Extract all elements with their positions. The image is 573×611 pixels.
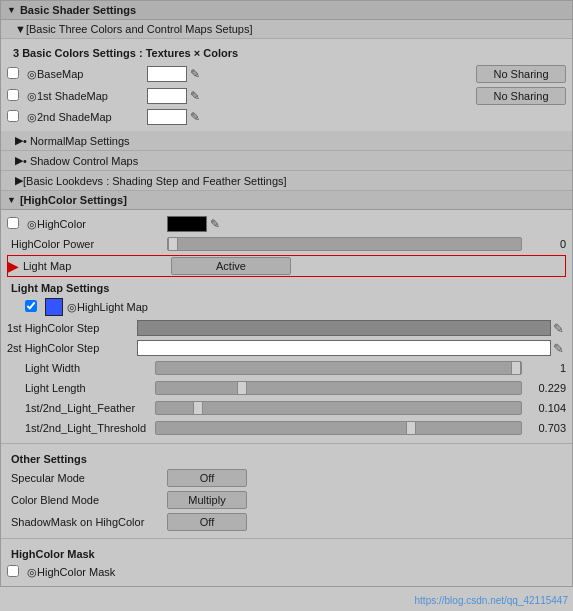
light-map-arrow-indicator: ▶ (8, 258, 19, 274)
other-settings-title: Other Settings (7, 449, 566, 467)
panel-title: Basic Shader Settings (20, 4, 136, 16)
light-map-label: Light Map (21, 260, 171, 272)
specular-btn[interactable]: Off (167, 469, 247, 487)
normalmap-label: • NormalMap Settings (23, 135, 130, 147)
light-map-active-btn[interactable]: Active (171, 257, 291, 275)
light-length-slider-container: 0.229 (155, 381, 566, 395)
highcolor-content: ◎HighColor ✎ HighColor Power 0 ▶ Light M… (1, 210, 572, 442)
basemap-color-swatch[interactable] (147, 66, 187, 82)
shademap2-row: ◎2nd ShadeMap ✎ (7, 107, 566, 127)
highcolor-checkbox[interactable] (7, 217, 19, 229)
highcolor-mask-title: HighColor Mask (7, 544, 566, 562)
highcolor-power-slider-container: 0 (167, 237, 566, 251)
shademap2-label: ◎2nd ShadeMap (27, 111, 147, 124)
highlight-map-row: ◎HighLight Map (7, 296, 566, 318)
second-highcolor-step-row: 2st HighColor Step ✎ (7, 338, 566, 358)
highcolor-mask-divider (1, 538, 572, 539)
first-highcolor-step-row: 1st HighColor Step ✎ (7, 318, 566, 338)
light-map-settings-title: Light Map Settings (7, 278, 566, 296)
light-threshold-slider[interactable] (155, 421, 522, 435)
light-width-row: Light Width 1 (7, 358, 566, 378)
light-length-row: Light Length 0.229 (7, 378, 566, 398)
shadow-arrow: ▶ (15, 154, 23, 167)
first-step-swatch[interactable] (137, 320, 551, 336)
color-blend-btn[interactable]: Multiply (167, 491, 247, 509)
highcolor-power-slider[interactable] (167, 237, 522, 251)
highcolor-mask-content: HighColor Mask ◎HighColor Mask (1, 540, 572, 586)
shademap1-no-sharing-btn[interactable]: No Sharing (476, 87, 566, 105)
shadow-control-label: • Shadow Control Maps (23, 155, 138, 167)
highlight-map-label: ◎HighLight Map (67, 301, 148, 314)
light-length-value: 0.229 (526, 382, 566, 394)
main-panel: ▼ Basic Shader Settings ▼ [Basic Three C… (0, 0, 573, 587)
basemap-edit-icon[interactable]: ✎ (187, 67, 203, 81)
highcolor-edit-icon[interactable]: ✎ (207, 217, 223, 231)
shadowmask-btn[interactable]: Off (167, 513, 247, 531)
highcolor-mask-label: ◎HighColor Mask (27, 566, 115, 579)
three-colors-header-text: 3 Basic Colors Settings : Textures × Col… (13, 47, 238, 59)
light-width-slider-container: 1 (155, 361, 566, 375)
highcolor-arrow: ▼ (7, 195, 16, 205)
light-width-slider[interactable] (155, 361, 522, 375)
shademap2-color-swatch[interactable] (147, 109, 187, 125)
highcolor-section-header[interactable]: ▼ [HighColor Settings] (1, 191, 572, 210)
basemap-no-sharing-btn[interactable]: No Sharing (476, 65, 566, 83)
light-feather-value: 0.104 (526, 402, 566, 414)
highcolor-row: ◎HighColor ✎ (7, 214, 566, 234)
highcolor-section-label: [HighColor Settings] (20, 194, 127, 206)
highcolor-mask-row: ◎HighColor Mask (7, 562, 566, 582)
arrow-icon-sub: ▼ (15, 23, 26, 35)
highcolor-power-row: HighColor Power 0 (7, 234, 566, 254)
light-feather-row: 1st/2nd_Light_Feather 0.104 (7, 398, 566, 418)
lookdevs-arrow: ▶ (15, 174, 23, 187)
arrow-icon: ▼ (7, 5, 16, 15)
shademap1-row: ◎1st ShadeMap ✎ No Sharing (7, 85, 566, 107)
light-width-value: 1 (526, 362, 566, 374)
three-colors-section-header[interactable]: ▼ [Basic Three Colors and Control Maps S… (1, 20, 572, 39)
other-settings-content: Other Settings Specular Mode Off Color B… (1, 445, 572, 537)
shademap1-edit-icon[interactable]: ✎ (187, 89, 203, 103)
basemap-label: ◎BaseMap (27, 68, 147, 81)
light-threshold-value: 0.703 (526, 422, 566, 434)
light-threshold-row: 1st/2nd_Light_Threshold 0.703 (7, 418, 566, 438)
light-feather-slider[interactable] (155, 401, 522, 415)
basemap-row: ◎BaseMap ✎ No Sharing (7, 63, 566, 85)
light-width-label: Light Width (25, 362, 155, 374)
three-colors-label: [Basic Three Colors and Control Maps Set… (26, 23, 253, 35)
three-colors-content: 3 Basic Colors Settings : Textures × Col… (1, 39, 572, 131)
highcolor-swatch[interactable] (167, 216, 207, 232)
shademap2-checkbox[interactable] (7, 110, 19, 122)
shadow-control-header[interactable]: ▶ • Shadow Control Maps (1, 151, 572, 171)
second-step-swatch[interactable] (137, 340, 551, 356)
light-length-label: Light Length (25, 382, 155, 394)
first-step-edit-icon[interactable]: ✎ (551, 321, 566, 336)
second-highcolor-step-label: 2st HighColor Step (7, 342, 137, 354)
second-step-edit-icon[interactable]: ✎ (551, 341, 566, 356)
basic-shader-header[interactable]: ▼ Basic Shader Settings (1, 1, 572, 20)
light-map-row: ▶ Light Map Active (7, 255, 566, 277)
specular-row: Specular Mode Off (7, 467, 566, 489)
lookdevs-label: [Basic Lookdevs : Shading Step and Feath… (23, 175, 287, 187)
highcolor-power-value: 0 (526, 238, 566, 250)
highlight-map-icon (45, 298, 63, 316)
first-highcolor-step-label: 1st HighColor Step (7, 322, 137, 334)
basemap-checkbox[interactable] (7, 67, 19, 79)
light-feather-label: 1st/2nd_Light_Feather (25, 402, 155, 414)
light-length-slider[interactable] (155, 381, 522, 395)
color-blend-row: Color Blend Mode Multiply (7, 489, 566, 511)
highlight-map-checkbox[interactable] (25, 300, 37, 312)
highcolor-label: ◎HighColor (27, 218, 167, 231)
shadowmask-row: ShadowMask on HihgColor Off (7, 511, 566, 533)
specular-label: Specular Mode (7, 472, 167, 484)
color-blend-label: Color Blend Mode (7, 494, 167, 506)
shademap2-edit-icon[interactable]: ✎ (187, 110, 203, 124)
other-settings-divider (1, 443, 572, 444)
shademap1-checkbox[interactable] (7, 89, 19, 101)
highcolor-mask-checkbox[interactable] (7, 565, 19, 577)
normalmap-header[interactable]: ▶ • NormalMap Settings (1, 131, 572, 151)
shademap1-label: ◎1st ShadeMap (27, 90, 147, 103)
shadowmask-label: ShadowMask on HihgColor (7, 516, 167, 528)
normalmap-arrow: ▶ (15, 134, 23, 147)
shademap1-color-swatch[interactable] (147, 88, 187, 104)
lookdevs-header[interactable]: ▶ [Basic Lookdevs : Shading Step and Fea… (1, 171, 572, 191)
